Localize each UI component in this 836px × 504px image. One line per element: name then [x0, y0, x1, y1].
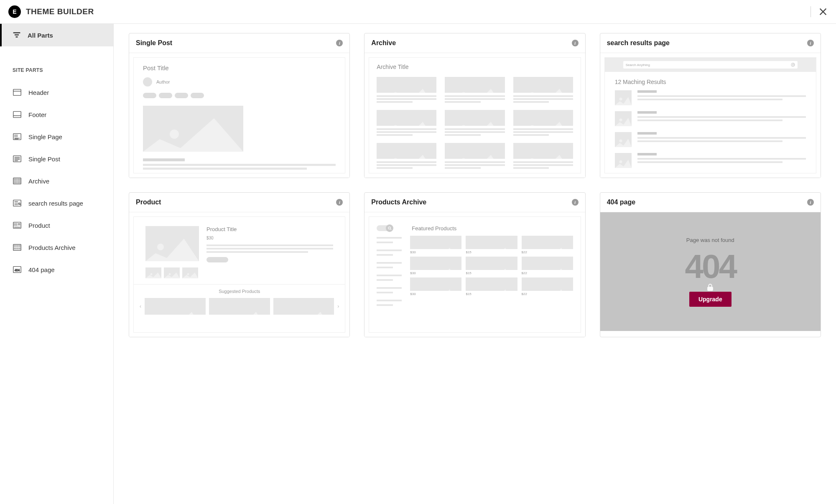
card-404[interactable]: 404 page i Page was not found 404 Upgrad… [600, 192, 821, 337]
card-title: Products Archive [371, 199, 426, 206]
archive-grid-item [445, 143, 505, 170]
card-search-results[interactable]: search results page i Search Anything 12… [600, 33, 821, 178]
svg-point-43 [170, 130, 179, 139]
info-icon[interactable]: i [336, 199, 343, 206]
svg-point-108 [388, 227, 390, 229]
svg-marker-77 [622, 97, 632, 105]
svg-line-109 [390, 229, 391, 229]
product-hero-placeholder [145, 226, 199, 261]
sidebar-item-404[interactable]: 404 404 page [0, 259, 113, 281]
archive-grid-item [445, 77, 505, 104]
svg-marker-86 [622, 160, 632, 168]
logo-icon: E [8, 5, 21, 18]
card-single-post[interactable]: Single Post i Post Title Author [129, 33, 350, 178]
card-body: Featured Products $30$15$22$30$15$22$30$… [364, 212, 585, 337]
svg-point-75 [619, 98, 622, 101]
svg-marker-98 [189, 272, 198, 278]
svg-point-96 [187, 273, 189, 275]
svg-point-93 [169, 273, 171, 275]
svg-point-58 [460, 125, 467, 126]
sidebar-item-label: Archive [28, 178, 49, 185]
sidebar-item-footer[interactable]: Footer [0, 104, 113, 126]
card-title: Single Post [136, 39, 172, 47]
svg-marker-101 [171, 312, 205, 315]
sidebar-item-search-results[interactable]: search results page [0, 192, 113, 214]
svg-rect-19 [14, 179, 17, 181]
svg-marker-80 [622, 118, 632, 126]
product-price-label: $22 [522, 271, 573, 275]
cards-grid: Single Post i Post Title Author [129, 33, 821, 337]
product-price-label: $30 [206, 236, 333, 240]
product-price-label: $22 [522, 250, 573, 254]
sidebar-item-products-archive[interactable]: Products Archive [0, 237, 113, 259]
not-found-big-text: 404 [685, 250, 736, 283]
chevron-left-icon: ‹ [140, 303, 141, 309]
sidebar-item-label: Footer [28, 111, 46, 118]
info-icon[interactable]: i [572, 199, 579, 206]
svg-marker-83 [622, 139, 632, 147]
close-icon[interactable] [818, 7, 828, 16]
svg-point-90 [150, 273, 153, 275]
archive-grid-item [445, 110, 505, 137]
results-count-label: 12 Maching Results [615, 79, 806, 85]
product-price-label: $15 [466, 271, 517, 275]
svg-marker-115 [488, 247, 517, 249]
sidebar-all-parts[interactable]: All Parts [0, 24, 113, 46]
products-archive-grid-item: $30 [410, 257, 461, 275]
products-archive-grid-item: $15 [466, 236, 517, 254]
card-product[interactable]: Product i Product Title $30 [129, 192, 350, 337]
info-icon[interactable]: i [336, 40, 343, 46]
sidebar-item-product[interactable]: Product [0, 214, 113, 237]
svg-rect-30 [14, 223, 17, 226]
svg-rect-20 [18, 179, 20, 181]
products-archive-preview: Featured Products $30$15$22$30$15$22$30$… [369, 216, 581, 333]
info-icon[interactable]: i [807, 40, 814, 46]
svg-marker-118 [543, 247, 573, 249]
info-icon[interactable]: i [572, 40, 579, 46]
product-price-label: $30 [410, 292, 461, 296]
not-found-subtitle: Page was not found [686, 237, 734, 243]
archive-title-label: Archive Title [377, 64, 573, 70]
svg-rect-38 [14, 248, 16, 249]
top-bar-right [811, 6, 828, 17]
card-products-archive[interactable]: Products Archive i [364, 192, 585, 337]
svg-marker-127 [543, 268, 573, 270]
sidebar-item-archive[interactable]: Archive [0, 170, 113, 192]
author-label: Author [156, 79, 170, 84]
products-archive-grid-item: $22 [522, 277, 573, 296]
svg-point-87 [157, 244, 164, 250]
svg-point-52 [528, 92, 535, 93]
svg-rect-36 [16, 245, 18, 247]
card-body: Product Title $30 [129, 212, 349, 337]
card-title: Archive [371, 39, 396, 47]
svg-line-74 [793, 65, 794, 66]
svg-marker-57 [403, 122, 437, 126]
products-archive-grid-item: $15 [466, 277, 517, 296]
svg-marker-63 [539, 122, 573, 126]
sidebar-item-header[interactable]: Header [0, 81, 113, 104]
app-title: THEME BUILDER [26, 7, 94, 16]
chevron-right-icon: › [337, 303, 339, 309]
featured-products-label: Featured Products [412, 225, 573, 232]
sidebar-item-single-page[interactable]: Single Page [0, 126, 113, 148]
main-content: Single Post i Post Title Author [114, 24, 836, 504]
all-parts-label: All Parts [28, 32, 53, 39]
svg-marker-60 [471, 122, 505, 126]
svg-rect-40 [19, 248, 20, 249]
svg-rect-10 [15, 135, 18, 137]
info-icon[interactable]: i [807, 199, 814, 206]
svg-rect-22 [18, 181, 20, 183]
svg-marker-45 [176, 118, 243, 152]
upgrade-button[interactable]: Upgrade [689, 292, 732, 307]
svg-rect-3 [15, 34, 19, 36]
sidebar-item-single-post[interactable]: Single Post [0, 148, 113, 170]
sidebar-item-label: Single Post [28, 155, 60, 163]
svg-point-84 [619, 160, 622, 163]
svg-marker-124 [488, 268, 517, 270]
product-icon [13, 221, 22, 230]
product-price-label: $30 [410, 250, 461, 254]
svg-rect-7 [13, 112, 21, 118]
card-archive[interactable]: Archive i Archive Title [364, 33, 585, 178]
sidebar: All Parts SITE PARTS Header Footer Singl… [0, 24, 114, 504]
sidebar-item-label: Single Page [28, 133, 62, 140]
